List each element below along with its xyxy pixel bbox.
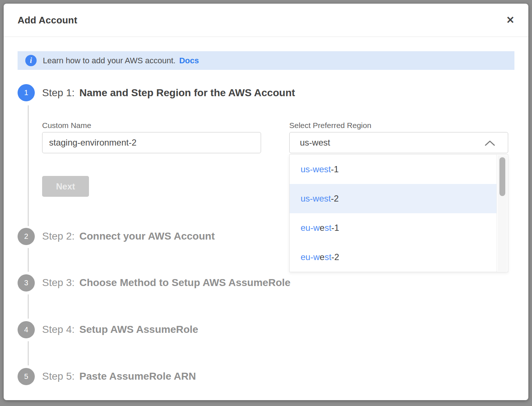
step-heading-5: Step 5: Paste AssumeRole ARN bbox=[42, 371, 196, 382]
step-connector bbox=[28, 105, 29, 226]
info-icon: i bbox=[25, 55, 37, 66]
option-rest-text: e bbox=[320, 252, 324, 262]
region-option-list: us-west-1 us-west-2 eu-west-1 eu-west-2 bbox=[290, 155, 497, 272]
option-match-text: us-west bbox=[301, 193, 331, 204]
step-heading-4: Step 4: Setup AWS AssumeRole bbox=[42, 324, 198, 335]
modal-header: Add Account ✕ bbox=[4, 4, 528, 37]
step-number: 2 bbox=[24, 232, 28, 241]
step-heading-1: Step 1: Name and Step Region for the AWS… bbox=[42, 87, 295, 99]
step-title: Choose Method to Setup AWS AssumeRole bbox=[79, 277, 291, 289]
step-title: Connect your AWS Account bbox=[79, 230, 215, 242]
step-connector bbox=[28, 341, 29, 365]
banner-text: Learn how to add your AWS account. bbox=[43, 56, 175, 65]
step-heading-3: Step 3: Choose Method to Setup AWS Assum… bbox=[42, 277, 290, 289]
next-button[interactable]: Next bbox=[42, 176, 89, 197]
step-prefix: Step 4: bbox=[42, 324, 75, 335]
info-banner: i Learn how to add your AWS account. Doc… bbox=[18, 51, 514, 70]
step-prefix: Step 5: bbox=[42, 371, 75, 382]
step-title: Paste AssumeRole ARN bbox=[79, 371, 196, 382]
region-option-us-west-1[interactable]: us-west-1 bbox=[290, 155, 496, 184]
option-rest-text: e bbox=[320, 223, 324, 233]
step-heading-2: Step 2: Connect your AWS Account bbox=[42, 230, 215, 242]
option-match-text: us-west bbox=[301, 164, 331, 174]
dropdown-scrollbar-track[interactable] bbox=[498, 155, 507, 271]
step-prefix: Step 1: bbox=[42, 87, 75, 99]
step-prefix: Step 3: bbox=[42, 277, 75, 289]
step-title: Setup AWS AssumeRole bbox=[79, 324, 198, 335]
chevron-up-icon[interactable] bbox=[484, 140, 495, 146]
step-connector bbox=[28, 248, 29, 272]
page-title: Add Account bbox=[18, 15, 77, 26]
region-dropdown: us-west-1 us-west-2 eu-west-1 eu-west-2 bbox=[289, 154, 508, 272]
step-number: 4 bbox=[24, 326, 28, 334]
region-label: Select Preferred Region bbox=[289, 121, 371, 130]
custom-name-field[interactable] bbox=[42, 132, 261, 153]
step-number: 3 bbox=[24, 279, 28, 287]
step-number: 5 bbox=[24, 372, 28, 381]
step-indicator-5: 5 bbox=[18, 368, 35, 385]
step-indicator-3: 3 bbox=[18, 274, 35, 292]
option-rest-text: -1 bbox=[331, 223, 339, 233]
option-match-text: eu-w bbox=[301, 252, 320, 262]
step-connector bbox=[28, 294, 29, 319]
step-prefix: Step 2: bbox=[42, 230, 75, 242]
add-account-modal: Add Account ✕ i Learn how to add your AW… bbox=[4, 4, 528, 400]
option-rest-text: -2 bbox=[331, 193, 339, 204]
step-title: Name and Step Region for the AWS Account bbox=[79, 87, 295, 99]
option-match-text: st bbox=[324, 252, 331, 262]
region-option-us-west-2[interactable]: us-west-2 bbox=[290, 184, 496, 213]
step-indicator-4: 4 bbox=[18, 321, 35, 338]
region-option-eu-west-1[interactable]: eu-west-1 bbox=[290, 213, 496, 243]
close-icon[interactable]: ✕ bbox=[506, 15, 514, 25]
step-indicator-1: 1 bbox=[18, 84, 35, 101]
option-rest-text: -1 bbox=[331, 164, 339, 174]
option-rest-text: -2 bbox=[331, 252, 339, 262]
docs-link[interactable]: Docs bbox=[179, 56, 199, 65]
region-combobox[interactable] bbox=[289, 132, 508, 153]
custom-name-label: Custom Name bbox=[42, 121, 91, 130]
step-indicator-2: 2 bbox=[18, 228, 35, 245]
option-match-text: st bbox=[324, 223, 331, 233]
step-number: 1 bbox=[24, 89, 28, 97]
region-option-eu-west-2[interactable]: eu-west-2 bbox=[290, 243, 496, 272]
dropdown-scrollbar-thumb[interactable] bbox=[499, 157, 505, 196]
option-match-text: eu-w bbox=[301, 223, 320, 233]
